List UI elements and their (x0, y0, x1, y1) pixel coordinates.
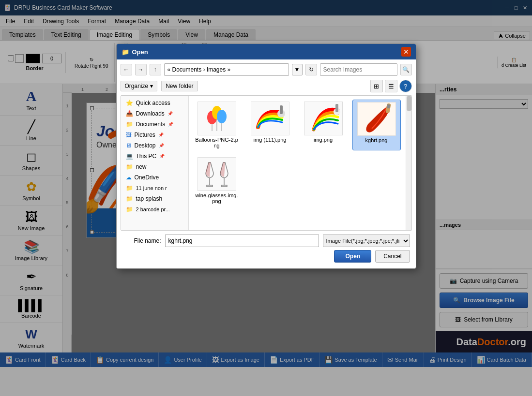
search-button[interactable]: 🔍 (400, 64, 412, 75)
filename-row: File name: Image File(*.jpg;*.jpeg;*.jpe… (122, 235, 410, 247)
sidebar-documents[interactable]: 📁 Documents 📌 (121, 119, 188, 130)
path-text: « Documents › Images » (167, 66, 231, 73)
dialog-files-grid: Balloons-PNG-2.png (189, 96, 406, 230)
tap-splash-label: tap splash (136, 195, 163, 202)
dialog-titlebar: 📁 Open ✕ (117, 44, 416, 59)
sidebar-onedrive[interactable]: ☁ OneDrive (121, 172, 188, 183)
sidebar-downloads[interactable]: 📥 Downloads 📌 (121, 108, 188, 119)
sidebar-new[interactable]: 📁 new (121, 161, 188, 172)
sidebar-barcode[interactable]: 📁 2 barcode pr... (121, 204, 188, 215)
quick-access-icon: ⭐ (126, 100, 133, 106)
dialog-footer: File name: Image File(*.jpg;*.jpeg;*.jpe… (121, 231, 412, 264)
dialog-body: ← → ↑ « Documents › Images » ▼ ↻ 🔍 Organ… (117, 59, 416, 268)
barcode-folder-icon: 📁 (126, 206, 133, 213)
downloads-label: Downloads (136, 110, 165, 117)
11june-icon: 📁 (126, 185, 133, 191)
barcode-folder-label: 2 barcode pr... (136, 206, 170, 212)
dialog-overlay: 📁 Open ✕ ← → ↑ « Documents › Images » ▼ … (0, 0, 532, 396)
dialog-title-text: Open (132, 48, 148, 56)
dialog-folder-icon: 📁 (122, 48, 129, 56)
file-name-imgpng: img.png (314, 137, 333, 143)
dialog-file-browser: ⭐ Quick access 📥 Downloads 📌 📁 Documents… (121, 95, 412, 231)
file-item-imgpng[interactable]: img.png (299, 100, 348, 150)
file-item-kghrt[interactable]: kghrt.png (352, 100, 401, 150)
pictures-icon: 🖼 (126, 132, 132, 138)
documents-label: Documents (136, 121, 166, 128)
path-dropdown-button[interactable]: ▼ (292, 64, 303, 75)
dialog-action-row: Open Cancel (122, 250, 410, 263)
organize-button[interactable]: Organize ▾ (121, 81, 158, 91)
file-name-balloons: Balloons-PNG-2.png (195, 137, 239, 148)
pictures-pin-icon: 📌 (158, 132, 164, 137)
file-name-kghrt: kghrt.png (365, 137, 388, 143)
organize-dropdown-icon: ▾ (150, 83, 153, 89)
nav-forward-button[interactable]: → (135, 64, 147, 75)
svg-point-21 (217, 110, 227, 123)
sidebar-pictures[interactable]: 🖼 Pictures 📌 (121, 130, 188, 140)
desktop-icon: 🖥 (126, 142, 132, 149)
new-folder-label2: new (136, 163, 147, 170)
new-folder-label: New folder (166, 83, 193, 89)
dialog-nav-bar: ← → ↑ « Documents › Images » ▼ ↻ 🔍 (121, 63, 412, 76)
tap-splash-icon: 📁 (126, 195, 133, 202)
documents-icon: 📁 (126, 121, 133, 128)
dialog-open-button[interactable]: Open (334, 250, 371, 263)
dialog-title: 📁 Open (122, 48, 148, 56)
search-input[interactable] (320, 63, 397, 76)
this-pc-pin-icon: 📌 (159, 154, 165, 159)
11june-label: 11 june non r (136, 185, 167, 191)
file-thumb-img111 (251, 102, 289, 135)
file-item-img111[interactable]: img (111).png (246, 100, 294, 150)
file-name-img111: img (111).png (254, 137, 287, 143)
file-thumb-imgpng (304, 102, 343, 135)
dialog-close-button[interactable]: ✕ (401, 47, 411, 57)
filename-input[interactable] (165, 235, 319, 247)
sidebar-this-pc[interactable]: 💻 This PC 📌 (121, 151, 188, 161)
organize-label: Organize (125, 83, 149, 89)
file-item-balloons[interactable]: Balloons-PNG-2.png (193, 100, 241, 150)
pictures-label: Pictures (135, 132, 155, 138)
dialog-file-toolbar: Organize ▾ New folder ⊞ ☰ ? (121, 80, 412, 92)
svg-rect-28 (335, 104, 338, 112)
view-details-button[interactable]: ☰ (385, 80, 397, 92)
desktop-label: Desktop (135, 142, 156, 149)
file-thumb-balloons (198, 102, 236, 135)
desktop-pin-icon: 📌 (159, 143, 164, 148)
dialog-sidebar: ⭐ Quick access 📥 Downloads 📌 📁 Documents… (121, 96, 189, 230)
sidebar-tap-splash[interactable]: 📁 tap splash (121, 193, 188, 204)
file-name-wine: wine-glasses-img.png (195, 192, 239, 204)
onedrive-label: OneDrive (135, 174, 159, 181)
this-pc-icon: 💻 (126, 153, 133, 160)
file-thumb-kghrt (357, 102, 396, 136)
new-folder-button[interactable]: New folder (161, 81, 198, 91)
dialog-scrollbar[interactable] (406, 96, 411, 230)
this-pc-label: This PC (136, 153, 157, 160)
filetype-select[interactable]: Image File(*.jpg;*.jpeg;*.jpe;*.jfi (323, 235, 410, 247)
path-bar: « Documents › Images » (164, 63, 289, 76)
nav-back-button[interactable]: ← (121, 64, 132, 75)
new-folder-icon2: 📁 (126, 163, 133, 170)
sidebar-quick-access[interactable]: ⭐ Quick access (121, 98, 188, 108)
help-button[interactable]: ? (399, 80, 412, 92)
sidebar-11june[interactable]: 📁 11 june non r (121, 183, 188, 193)
refresh-button[interactable]: ↻ (305, 64, 317, 75)
dialog-cancel-button[interactable]: Cancel (375, 250, 410, 263)
view-large-icons-button[interactable]: ⊞ (370, 80, 383, 92)
file-thumb-wine (198, 157, 236, 191)
view-buttons: ⊞ ☰ ? (370, 80, 412, 92)
downloads-icon: 📥 (126, 110, 133, 117)
quick-access-label: Quick access (136, 100, 170, 106)
filename-label: File name: (122, 237, 161, 244)
documents-pin-icon: 📌 (168, 122, 173, 127)
sidebar-desktop[interactable]: 🖥 Desktop 📌 (121, 140, 188, 151)
nav-up-button[interactable]: ↑ (150, 64, 161, 75)
file-item-wine[interactable]: wine-glasses-img.png (193, 155, 241, 206)
downloads-pin-icon: 📌 (167, 111, 173, 116)
open-dialog: 📁 Open ✕ ← → ↑ « Documents › Images » ▼ … (116, 44, 416, 269)
onedrive-icon: ☁ (126, 174, 132, 181)
svg-rect-26 (280, 105, 283, 114)
scrollbar-thumb (407, 96, 411, 111)
